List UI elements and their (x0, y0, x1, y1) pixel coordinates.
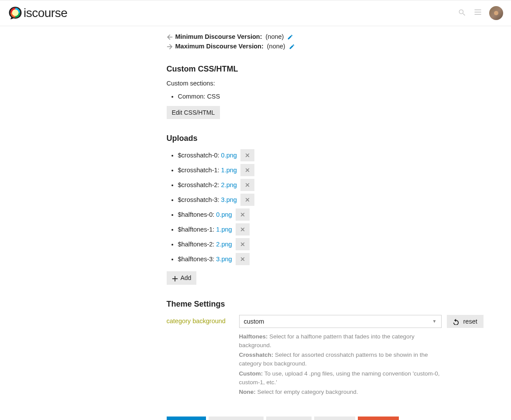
share-button[interactable]: Share (167, 417, 206, 420)
max-version-label: Maximum Discourse Version: (175, 43, 264, 50)
category-background-select[interactable]: custom ▼ (239, 315, 442, 328)
custom-css-heading: Custom CSS/HTML (167, 65, 448, 74)
min-version-row: Minimum Discourse Version: (none) (167, 33, 448, 40)
plus-icon (172, 274, 178, 281)
preview-button[interactable]: Preview (266, 417, 312, 420)
arrow-right-icon (167, 43, 173, 50)
avatar[interactable] (489, 6, 503, 20)
min-version-value: (none) (266, 33, 284, 40)
upload-file-link[interactable]: 1.png (216, 226, 232, 233)
list-item: Common: CSS (178, 93, 448, 100)
uploads-heading: Uploads (167, 134, 448, 143)
chevron-down-icon: ▼ (432, 319, 437, 324)
export-button[interactable]: Export (314, 417, 355, 420)
upload-name: $crosshatch-2: (178, 181, 219, 188)
add-button-label: Add (181, 274, 192, 281)
remove-upload-button[interactable] (240, 164, 254, 176)
upload-name: $halftones-2: (178, 241, 215, 248)
upload-file-link[interactable]: 0.png (221, 152, 237, 159)
min-version-label: Minimum Discourse Version: (175, 33, 262, 40)
remove-upload-button[interactable] (236, 208, 250, 221)
max-version-value: (none) (267, 43, 285, 50)
description-line: Custom: To use, upload 4 .png files, usi… (239, 369, 442, 387)
reset-label: reset (463, 318, 477, 325)
upload-item: $halftones-3: 3.png (178, 253, 448, 265)
upload-name: $halftones-3: (178, 256, 215, 263)
arrow-left-icon (167, 33, 173, 40)
description-line: Crosshatch: Select for assorted crosshat… (239, 351, 442, 369)
uploads-list: $crosshatch-0: 0.png$crosshatch-1: 1.png… (167, 149, 448, 265)
upload-name: $crosshatch-3: (178, 196, 219, 203)
upload-item: $crosshatch-2: 2.png (178, 179, 448, 191)
upload-file-link[interactable]: 3.png (216, 256, 232, 263)
delete-button[interactable]: Delete (358, 417, 399, 420)
remove-upload-button[interactable] (240, 194, 254, 206)
header-right (458, 6, 503, 20)
logo-text: iscourse (24, 6, 67, 20)
custom-sections-label: Custom sections: (167, 80, 448, 87)
remove-upload-button[interactable] (240, 149, 254, 161)
main-content: Minimum Discourse Version: (none) Maximu… (55, 26, 456, 420)
select-value: custom (244, 318, 264, 325)
edit-min-version-button[interactable] (287, 33, 293, 40)
upload-name: $halftones-0: (178, 211, 215, 218)
upload-item: $halftones-2: 2.png (178, 238, 448, 250)
setting-description: Halftones: Select for a halftone pattern… (239, 332, 442, 397)
setting-row: category background custom ▼ Halftones: … (167, 315, 448, 398)
action-bar: Share Edit Locally Preview Export Delete (167, 417, 448, 420)
description-line: Halftones: Select for a halftone pattern… (239, 332, 442, 350)
add-upload-button[interactable]: Add (167, 271, 197, 284)
edit-css-button[interactable]: Edit CSS/HTML (167, 106, 220, 119)
search-icon[interactable] (458, 8, 466, 18)
reset-button[interactable]: reset (447, 315, 484, 328)
upload-item: $crosshatch-3: 3.png (178, 194, 448, 206)
upload-item: $halftones-1: 1.png (178, 223, 448, 236)
description-line: None: Select for empty category backgrou… (239, 388, 442, 396)
undo-icon (453, 318, 459, 325)
upload-name: $crosshatch-1: (178, 167, 219, 174)
setting-label: category background (167, 315, 234, 324)
upload-item: $crosshatch-0: 0.png (178, 149, 448, 161)
svg-point-1 (12, 10, 18, 16)
upload-file-link[interactable]: 0.png (216, 211, 232, 218)
hamburger-icon[interactable] (473, 8, 482, 18)
upload-item: $halftones-0: 0.png (178, 208, 448, 221)
upload-name: $halftones-1: (178, 226, 215, 233)
logo[interactable]: iscourse (8, 6, 67, 20)
logo-icon (8, 6, 23, 20)
max-version-row: Maximum Discourse Version: (none) (167, 43, 448, 50)
theme-settings-heading: Theme Settings (167, 300, 448, 309)
upload-name: $crosshatch-0: (178, 152, 219, 159)
remove-upload-button[interactable] (236, 253, 250, 265)
edit-locally-button[interactable]: Edit Locally (209, 417, 264, 420)
upload-item: $crosshatch-1: 1.png (178, 164, 448, 176)
upload-file-link[interactable]: 1.png (221, 167, 237, 174)
edit-max-version-button[interactable] (289, 43, 295, 50)
upload-file-link[interactable]: 2.png (221, 181, 237, 188)
custom-sections-list: Common: CSS (167, 93, 448, 100)
upload-file-link[interactable]: 3.png (221, 196, 237, 203)
remove-upload-button[interactable] (236, 223, 250, 236)
remove-upload-button[interactable] (240, 179, 254, 191)
upload-file-link[interactable]: 2.png (216, 241, 232, 248)
app-header: iscourse (0, 0, 511, 26)
remove-upload-button[interactable] (236, 238, 250, 250)
